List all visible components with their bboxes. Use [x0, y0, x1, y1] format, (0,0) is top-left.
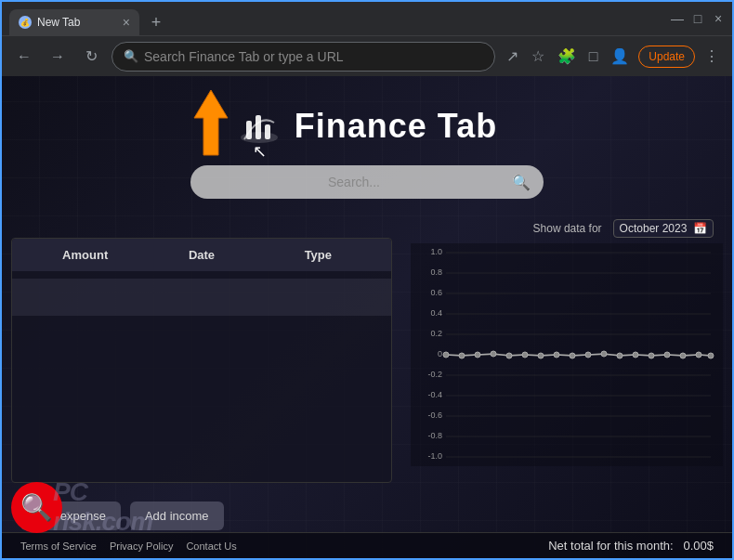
svg-point-33 [538, 353, 544, 358]
svg-text:13: 13 [632, 464, 640, 466]
svg-text:0.6: 0.6 [430, 288, 442, 297]
svg-text:0: 0 [438, 349, 442, 358]
refresh-button[interactable]: ↻ [78, 44, 104, 70]
close-button[interactable]: × [712, 12, 725, 25]
svg-point-27 [443, 352, 449, 358]
extensions-icon[interactable]: 🧩 [554, 44, 580, 69]
svg-point-32 [522, 352, 528, 358]
svg-text:17: 17 [695, 464, 703, 466]
tab-close-button[interactable]: × [123, 15, 130, 30]
share-icon[interactable]: ↗ [503, 44, 522, 69]
svg-point-35 [570, 353, 575, 358]
action-buttons: Add expense Add income [11, 494, 392, 538]
search-submit-icon[interactable]: 🔍 [512, 174, 531, 191]
app-header: Finance Tab Search... 🔍 [2, 76, 732, 199]
svg-text:5: 5 [507, 464, 512, 466]
page-footer: Terms of Service Privacy Policy Contact … [2, 532, 732, 558]
contact-link[interactable]: Contact Us [186, 540, 236, 552]
svg-text:14: 14 [648, 464, 656, 466]
menu-icon[interactable]: ⋮ [701, 44, 723, 69]
svg-point-41 [664, 352, 670, 358]
svg-text:7: 7 [539, 464, 544, 466]
svg-text:-0.6: -0.6 [427, 410, 442, 420]
right-panel: Show data for October 2023 📅 1.0 0.8 0.6… [401, 214, 732, 538]
col-type: Type [260, 248, 376, 262]
brand-name: Finance Tab [295, 107, 497, 146]
svg-text:-0.8: -0.8 [427, 431, 442, 440]
forward-button[interactable]: → [45, 44, 71, 70]
search-icon: 🔍 [124, 49, 138, 63]
svg-text:0.4: 0.4 [430, 308, 442, 318]
date-selector[interactable]: October 2023 📅 [613, 219, 714, 238]
svg-text:...: ... [708, 464, 714, 466]
main-layout: placeholder Amount Date Type Add expense [2, 214, 732, 538]
svg-point-42 [680, 353, 686, 358]
svg-text:2: 2 [460, 464, 465, 466]
search-placeholder[interactable]: Search... [203, 175, 505, 189]
svg-text:12: 12 [616, 464, 624, 466]
bookmark-icon[interactable]: ☆ [528, 44, 548, 69]
col-date: Date [143, 248, 259, 262]
svg-rect-3 [256, 115, 261, 139]
table-body [12, 271, 391, 327]
svg-text:10: 10 [584, 464, 593, 466]
browser-mode-icon[interactable]: □ [585, 45, 602, 69]
update-button[interactable]: Update [638, 46, 695, 68]
show-data-label: Show data for [533, 222, 602, 235]
title-bar: 💰 New Tab × + — □ × [2, 2, 732, 35]
left-panel: placeholder Amount Date Type Add expense [2, 214, 401, 538]
svg-text:-1.0: -1.0 [427, 451, 442, 461]
svg-text:16: 16 [679, 464, 688, 466]
add-income-button[interactable]: Add income [130, 501, 224, 530]
svg-text:4: 4 [492, 464, 496, 466]
toolbar: ← → ↻ 🔍 Search Finance Tab or type a URL… [2, 35, 732, 76]
tab-icon: 💰 [19, 16, 32, 29]
svg-point-37 [601, 351, 607, 357]
svg-point-30 [491, 351, 496, 357]
svg-point-28 [459, 353, 465, 358]
svg-text:6: 6 [523, 464, 528, 466]
svg-point-29 [475, 352, 480, 358]
profile-icon[interactable]: 👤 [607, 44, 633, 69]
chart-svg: 1.0 0.8 0.6 0.4 0.2 0 -0.2 -0.4 -0.6 -0.… [411, 243, 723, 466]
back-button[interactable]: ← [11, 44, 37, 70]
svg-text:0.2: 0.2 [430, 329, 442, 338]
active-tab[interactable]: 💰 New Tab × [9, 9, 139, 35]
svg-point-31 [506, 353, 512, 358]
window-controls: — □ × [671, 12, 725, 25]
tab-title: New Tab [37, 16, 80, 29]
svg-marker-0 [194, 90, 228, 155]
arrow-annotation [174, 85, 248, 160]
svg-text:8: 8 [555, 464, 559, 466]
data-table: Amount Date Type [11, 238, 392, 483]
table-header: Amount Date Type [12, 239, 391, 271]
col-amount: Amount [27, 248, 143, 262]
svg-point-44 [708, 353, 714, 358]
address-bar[interactable]: 🔍 Search Finance Tab or type a URL [111, 42, 495, 72]
new-tab-button[interactable]: + [143, 9, 169, 35]
search-container: Search... 🔍 [2, 165, 732, 199]
tab-bar: 💰 New Tab × + [9, 2, 169, 35]
mouse-cursor: ↖ [253, 141, 267, 162]
svg-text:9: 9 [570, 464, 575, 466]
search-bar[interactable]: Search... 🔍 [190, 165, 544, 199]
footer-links: Terms of Service Privacy Policy Contact … [20, 540, 237, 552]
table-row [12, 279, 391, 316]
page-content: ↖ Finance Tab Search... 🔍 [2, 76, 732, 558]
svg-text:15: 15 [663, 464, 672, 466]
svg-point-34 [554, 352, 559, 358]
net-total: Net total for this month: 0.00$ [548, 539, 714, 553]
svg-text:11: 11 [600, 464, 609, 466]
add-expense-button[interactable]: Add expense [20, 501, 121, 530]
show-data-row: Show data for October 2023 📅 [411, 214, 723, 243]
svg-point-43 [696, 352, 701, 358]
maximize-button[interactable]: □ [691, 12, 704, 25]
minimize-button[interactable]: — [671, 12, 684, 25]
net-total-value: 0.00$ [683, 539, 714, 553]
privacy-link[interactable]: Privacy Policy [110, 540, 173, 552]
terms-link[interactable]: Terms of Service [20, 540, 97, 552]
address-input[interactable]: Search Finance Tab or type a URL [144, 49, 483, 64]
svg-rect-4 [265, 124, 270, 139]
toolbar-actions: ↗ ☆ 🧩 □ 👤 Update ⋮ [503, 44, 723, 69]
svg-text:-0.2: -0.2 [427, 370, 442, 379]
